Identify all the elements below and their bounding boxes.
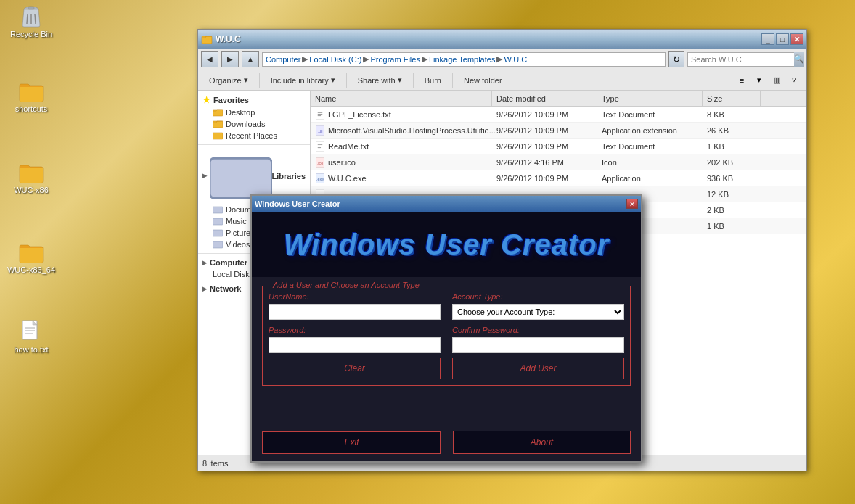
new-folder-button[interactable]: New folder (457, 73, 509, 88)
wuc-title-text: Windows User Creator (255, 199, 340, 208)
address-programfiles[interactable]: Program Files (370, 55, 420, 64)
wuc-accounttype-col: Account Type: Choose your Account Type: (452, 292, 624, 320)
col-date[interactable]: Date modified (492, 91, 597, 106)
wuc-password-label: Password: (269, 326, 441, 334)
view-help-button[interactable]: ? (786, 73, 802, 88)
file-size-cell: 12 KB (703, 186, 761, 202)
file-type-text: Application (602, 174, 641, 183)
svg-rect-10 (213, 110, 223, 116)
wuc-clear-button[interactable]: Clear (269, 358, 441, 379)
explorer-title: W.U.C (216, 34, 241, 44)
videos-nav-icon (213, 240, 223, 249)
address-wuc[interactable]: W.U.C (504, 55, 527, 64)
table-row[interactable]: .dll Microsoft.VisualStudio.HostingProce… (311, 123, 806, 139)
refresh-button[interactable]: ↻ (668, 51, 684, 67)
recycle-bin-image (18, 4, 44, 30)
search-button[interactable]: 🔍 (794, 52, 804, 67)
wuc-username-label: UserName: (269, 292, 441, 301)
network-label: Network (210, 284, 241, 293)
address-computer[interactable]: Computer (266, 55, 300, 64)
include-library-button[interactable]: Include in library ▾ (264, 73, 342, 88)
nav-item-desktop[interactable]: Desktop (198, 107, 310, 118)
address-path[interactable]: Computer ▶ Local Disk (C:) ▶ Program Fil… (262, 52, 666, 67)
wuc-accounttype-select[interactable]: Choose your Account Type: (452, 304, 624, 320)
wuc-group-legend: Add a User and Choose an Account Type (270, 281, 422, 289)
nav-item-recent[interactable]: Recent Places (198, 130, 310, 141)
explorer-title-bar: W.U.C _ □ ✕ (198, 30, 806, 49)
nav-item-downloads[interactable]: Downloads (198, 118, 310, 130)
minimize-button[interactable]: _ (761, 33, 774, 45)
recent-nav-icon (213, 131, 223, 140)
nav-videos-label: Videos (226, 240, 250, 249)
shortcuts-folder-icon[interactable]: shortcuts (6, 78, 57, 114)
address-bar: ◀ ▶ ▲ Computer ▶ Local Disk (C:) ▶ Progr… (198, 49, 806, 70)
wuc-adduser-button[interactable]: Add User (452, 358, 624, 379)
recycle-bin-icon[interactable]: Recycle Bin (6, 4, 57, 39)
wuc-x86-folder-icon[interactable]: WUC-x86 (6, 160, 57, 195)
back-button[interactable]: ◀ (201, 51, 218, 67)
table-row[interactable]: .exe W.U.C.exe 9/26/2012 10:09 PM Applic… (311, 170, 806, 186)
wuc-password-row: Password: Confirm Password: (269, 326, 624, 353)
wuc-x86-64-folder-icon[interactable]: WUC-x86_64 (6, 239, 57, 275)
wuc-about-button[interactable]: About (453, 431, 631, 454)
svg-rect-11 (213, 121, 223, 128)
status-text: 8 items (202, 459, 228, 468)
favorites-header[interactable]: ★ Favorites (198, 94, 310, 107)
file-size-text: 8 KB (707, 110, 724, 119)
svg-line-2 (27, 14, 28, 24)
address-localdisk[interactable]: Local Disk (C:) (309, 55, 361, 64)
computer-triangle: ▶ (202, 260, 207, 266)
table-row[interactable]: ReadMe.txt 9/26/2012 10:09 PM Text Docum… (311, 139, 806, 154)
wuc-confirm-input[interactable] (452, 337, 624, 353)
search-input[interactable] (688, 55, 794, 64)
col-type[interactable]: Type (597, 91, 703, 106)
wuc-close-button[interactable]: ✕ (626, 199, 638, 209)
svg-rect-14 (213, 207, 223, 213)
wuc-username-input[interactable] (269, 304, 441, 320)
file-size-text: 2 KB (707, 206, 724, 215)
file-size-cell: 26 KB (703, 123, 761, 138)
forward-button[interactable]: ▶ (221, 51, 239, 67)
col-size-label: Size (707, 94, 722, 103)
svg-rect-15 (213, 218, 223, 225)
svg-line-4 (35, 14, 36, 24)
burn-button[interactable]: Burn (418, 73, 448, 88)
table-row[interactable]: LGPL_License.txt 9/26/2012 10:09 PM Text… (311, 107, 806, 123)
svg-rect-9 (202, 36, 212, 44)
wuc-exit-button[interactable]: Exit (262, 431, 441, 454)
address-linkage[interactable]: Linkage Templates (429, 55, 496, 64)
share-with-button[interactable]: Share with ▾ (351, 73, 409, 88)
view-list-button[interactable]: ≡ (734, 73, 750, 88)
file-list-header: Name Date modified Type Size (311, 91, 806, 107)
file-size-cell: 1 KB (703, 139, 761, 154)
col-size[interactable]: Size (703, 91, 761, 106)
svg-rect-17 (213, 241, 223, 248)
close-button[interactable]: ✕ (790, 33, 803, 45)
include-library-chevron: ▾ (331, 75, 335, 85)
file-type-cell: Text Document (597, 139, 703, 154)
explorer-window-icon (201, 33, 213, 45)
maximize-button[interactable]: □ (776, 33, 789, 45)
wuc-password-input[interactable] (269, 337, 441, 353)
file-name-cell: .ico user.ico (311, 154, 492, 170)
col-name[interactable]: Name (311, 91, 492, 106)
search-box: 🔍 (687, 52, 803, 67)
file-type-icon (315, 141, 325, 152)
wuc-title-bar: Windows User Creator ✕ (252, 196, 641, 212)
howto-file-icon[interactable]: how to.txt (6, 319, 57, 355)
share-with-label: Share with (358, 76, 396, 85)
libraries-triangle: ▶ (202, 173, 207, 179)
view-chevron-button[interactable]: ▾ (751, 73, 767, 88)
view-buttons: ≡ ▾ ▥ ? (734, 73, 802, 88)
svg-text:.ico: .ico (317, 160, 323, 165)
file-date-cell: 9/26/2012 10:09 PM (492, 170, 597, 186)
up-button[interactable]: ▲ (242, 51, 259, 67)
organize-label: Organize (209, 76, 242, 85)
file-size-text: 26 KB (707, 126, 729, 135)
wuc-x86-folder-image (18, 160, 44, 186)
table-row[interactable]: .ico user.ico 9/26/2012 4:16 PM Icon 202… (311, 154, 806, 170)
file-type-cell: Application (597, 170, 703, 186)
organize-button[interactable]: Organize ▾ (202, 73, 255, 88)
view-pane-button[interactable]: ▥ (769, 73, 785, 88)
file-name-text: W.U.C.exe (328, 174, 367, 183)
